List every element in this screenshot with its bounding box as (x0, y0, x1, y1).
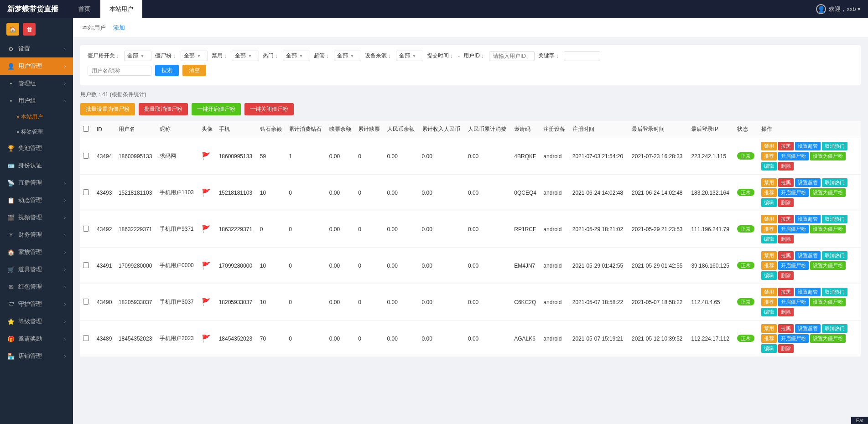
action-btn-推荐[interactable]: 推荐 (761, 152, 777, 160)
action-btn-删除[interactable]: 删除 (778, 162, 794, 171)
home-shortcut-btn[interactable]: 🏠 (6, 23, 19, 36)
action-btn-拉黑[interactable]: 拉黑 (778, 178, 794, 187)
sidebar-item-finance[interactable]: ¥ 财务管理 › (0, 226, 73, 243)
zombie-switch-select[interactable]: 全部 ▼ (124, 51, 151, 61)
action-btn-设置超管[interactable]: 设置超管 (795, 215, 821, 223)
action-btn-设置为僵尸粉[interactable]: 设置为僵尸粉 (810, 225, 846, 233)
sidebar-item-level[interactable]: ⭐ 等级管理 › (0, 313, 73, 330)
action-btn-推荐[interactable]: 推荐 (761, 334, 777, 343)
batch-close-zombie-btn[interactable]: 一键关闭僵尸粉 (244, 103, 294, 115)
row-checkbox[interactable] (83, 335, 89, 341)
action-btn-删除[interactable]: 删除 (778, 271, 794, 280)
action-btn-设置超管[interactable]: 设置超管 (795, 324, 821, 333)
action-btn-拉黑[interactable]: 拉黑 (778, 251, 794, 260)
action-btn-取消热门[interactable]: 取消热门 (822, 178, 847, 187)
action-btn-设置为僵尸粉[interactable]: 设置为僵尸粉 (810, 188, 846, 197)
sidebar-item-redpacket[interactable]: ✉ 红包管理 › (0, 278, 73, 295)
action-btn-设置为僵尸粉[interactable]: 设置为僵尸粉 (810, 152, 846, 160)
action-btn-设置为僵尸粉[interactable]: 设置为僵尸粉 (810, 261, 846, 270)
action-btn-禁用[interactable]: 禁用 (761, 178, 777, 187)
action-btn-设置超管[interactable]: 设置超管 (795, 288, 821, 296)
tab-home[interactable]: 首页 (69, 0, 99, 18)
action-btn-设置超管[interactable]: 设置超管 (795, 142, 821, 150)
sidebar-item-prize[interactable]: 🏆 奖池管理 (0, 140, 73, 157)
sidebar-item-props[interactable]: 🛒 道具管理 › (0, 261, 73, 278)
action-btn-开启僵尸粉[interactable]: 开启僵尸粉 (778, 225, 809, 233)
delete-shortcut-btn[interactable]: 🗑 (23, 23, 36, 36)
sidebar-item-identity[interactable]: 🪪 身份认证 (0, 157, 73, 174)
action-btn-推荐[interactable]: 推荐 (761, 261, 777, 270)
action-btn-编辑[interactable]: 编辑 (761, 235, 777, 243)
action-btn-拉黑[interactable]: 拉黑 (778, 324, 794, 333)
action-btn-开启僵尸粉[interactable]: 开启僵尸粉 (778, 188, 809, 197)
action-btn-取消热门[interactable]: 取消热门 (822, 251, 847, 260)
row-checkbox[interactable] (83, 189, 89, 195)
sidebar-sub-site-users[interactable]: » 本站用户 (0, 109, 73, 124)
action-btn-编辑[interactable]: 编辑 (761, 162, 777, 171)
action-btn-删除[interactable]: 删除 (778, 308, 794, 316)
action-btn-禁用[interactable]: 禁用 (761, 142, 777, 150)
sidebar-item-shop[interactable]: 🏪 店铺管理 › (0, 347, 73, 365)
username-search-input[interactable] (88, 66, 151, 76)
sidebar-item-manage-group[interactable]: • 管理组 › (0, 75, 73, 92)
action-btn-禁用[interactable]: 禁用 (761, 288, 777, 296)
banned-select[interactable]: 全部 ▼ (232, 51, 259, 61)
action-btn-禁用[interactable]: 禁用 (761, 215, 777, 223)
action-btn-开启僵尸粉[interactable]: 开启僵尸粉 (778, 261, 809, 270)
action-btn-删除[interactable]: 删除 (778, 198, 794, 207)
batch-cancel-zombie-btn[interactable]: 批量取消僵尸粉 (139, 103, 188, 115)
action-btn-删除[interactable]: 删除 (778, 235, 794, 243)
action-btn-取消热门[interactable]: 取消热门 (822, 288, 847, 296)
device-select[interactable]: 全部 ▼ (396, 51, 423, 61)
action-btn-禁用[interactable]: 禁用 (761, 251, 777, 260)
sidebar-item-user-group[interactable]: • 用户组 › (0, 92, 73, 109)
zombie-fan-select[interactable]: 全部 ▼ (181, 51, 208, 61)
sidebar-sub-tag-manage[interactable]: » 标签管理 (0, 124, 73, 140)
action-btn-拉黑[interactable]: 拉黑 (778, 215, 794, 223)
superadmin-select[interactable]: 全部 ▼ (334, 51, 361, 61)
sidebar-item-dynamic[interactable]: 📋 动态管理 › (0, 191, 73, 209)
batch-set-zombie-btn[interactable]: 批量设置为僵尸粉 (80, 103, 135, 115)
sidebar-item-user-manage[interactable]: 👤 用户管理 › (0, 57, 73, 75)
action-btn-编辑[interactable]: 编辑 (761, 271, 777, 280)
action-btn-编辑[interactable]: 编辑 (761, 198, 777, 207)
action-btn-取消热门[interactable]: 取消热门 (822, 142, 847, 150)
search-button[interactable]: 搜索 (155, 65, 179, 76)
action-btn-开启僵尸粉[interactable]: 开启僵尸粉 (778, 334, 809, 343)
action-btn-开启僵尸粉[interactable]: 开启僵尸粉 (778, 298, 809, 306)
sidebar-item-live[interactable]: 📡 直播管理 › (0, 174, 73, 191)
action-btn-推荐[interactable]: 推荐 (761, 298, 777, 306)
action-btn-设置超管[interactable]: 设置超管 (795, 251, 821, 260)
action-btn-拉黑[interactable]: 拉黑 (778, 288, 794, 296)
action-btn-设置超管[interactable]: 设置超管 (795, 178, 821, 187)
sidebar-item-settings[interactable]: ⚙ 设置 › (0, 40, 73, 57)
row-checkbox[interactable] (83, 153, 89, 159)
sidebar-item-guardian[interactable]: 🛡 守护管理 › (0, 295, 73, 313)
select-all-checkbox[interactable] (83, 126, 89, 132)
keyword-input[interactable] (564, 51, 600, 61)
sidebar-item-invite[interactable]: 🎁 邀请奖励 › (0, 330, 73, 347)
sidebar-item-family[interactable]: 🏠 家族管理 › (0, 243, 73, 261)
action-btn-设置为僵尸粉[interactable]: 设置为僵尸粉 (810, 334, 846, 343)
sidebar-item-video[interactable]: 🎬 视频管理 › (0, 209, 73, 226)
action-btn-设置为僵尸粉[interactable]: 设置为僵尸粉 (810, 298, 846, 306)
action-btn-拉黑[interactable]: 拉黑 (778, 142, 794, 150)
userid-input[interactable] (489, 51, 535, 61)
action-btn-取消热门[interactable]: 取消热门 (822, 324, 847, 333)
clear-button[interactable]: 清空 (182, 65, 206, 76)
row-checkbox[interactable] (83, 226, 89, 232)
action-btn-禁用[interactable]: 禁用 (761, 324, 777, 333)
action-btn-编辑[interactable]: 编辑 (761, 308, 777, 316)
batch-open-zombie-btn[interactable]: 一键开启僵尸粉 (192, 103, 241, 115)
tab-site-users[interactable]: 本站用户 (100, 0, 142, 18)
row-checkbox[interactable] (83, 299, 89, 305)
action-btn-取消热门[interactable]: 取消热门 (822, 215, 847, 223)
action-btn-推荐[interactable]: 推荐 (761, 188, 777, 197)
row-checkbox[interactable] (83, 262, 89, 268)
action-btn-编辑[interactable]: 编辑 (761, 344, 777, 353)
action-btn-推荐[interactable]: 推荐 (761, 225, 777, 233)
action-btn-删除[interactable]: 删除 (778, 344, 794, 353)
action-btn-开启僵尸粉[interactable]: 开启僵尸粉 (778, 152, 809, 160)
hot-select[interactable]: 全部 ▼ (283, 51, 310, 61)
add-button[interactable]: 添加 (113, 24, 125, 32)
